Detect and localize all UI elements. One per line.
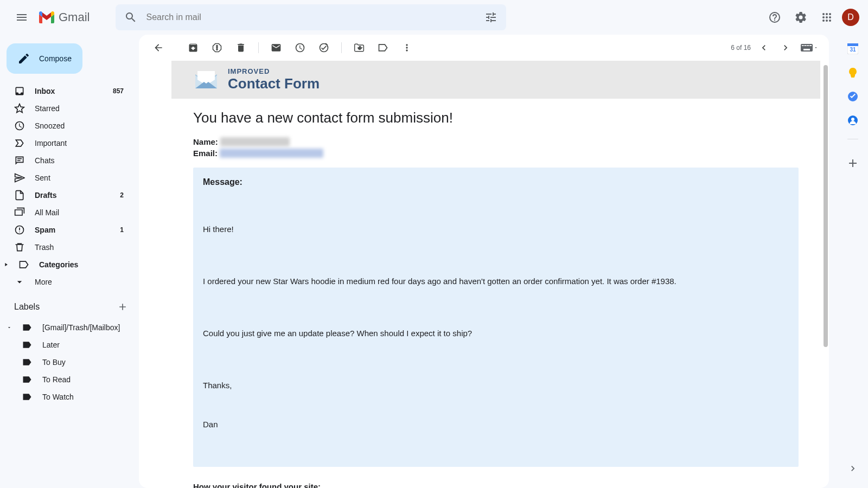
prev-button[interactable] <box>755 39 773 56</box>
input-tools-button[interactable] <box>799 37 820 59</box>
name-field: Name: ████████████ <box>193 137 799 146</box>
nav-starred[interactable]: Starred <box>0 100 139 117</box>
nav-label: Snoozed <box>35 121 65 130</box>
tasks-app-icon[interactable] <box>847 91 858 102</box>
main-menu-button[interactable] <box>9 4 35 30</box>
move-to-button[interactable] <box>348 37 370 59</box>
svg-rect-13 <box>851 76 854 78</box>
header: Gmail D <box>0 0 868 35</box>
nav-label: Drafts <box>35 191 56 200</box>
mail-icon <box>271 42 282 53</box>
msg-closing: Thanks, <box>203 379 789 392</box>
label-item-toread[interactable]: To Read <box>0 371 139 388</box>
clock-icon <box>14 120 25 131</box>
nav-label: More <box>35 278 52 286</box>
labels-button[interactable] <box>372 37 394 59</box>
svg-rect-4 <box>803 45 805 46</box>
chat-icon <box>14 155 25 166</box>
search-options-button[interactable] <box>480 7 502 28</box>
nav-more[interactable]: More <box>0 273 139 291</box>
gear-icon <box>794 11 807 24</box>
pagination-text: 6 of 16 <box>731 44 751 52</box>
more-button[interactable] <box>396 37 418 59</box>
back-button[interactable] <box>148 37 169 59</box>
nav-important[interactable]: Important <box>0 134 139 152</box>
email-label: Email: <box>193 149 218 158</box>
svg-rect-3 <box>802 45 803 46</box>
chevron-left-icon <box>758 42 769 53</box>
support-button[interactable] <box>764 7 786 28</box>
keyboard-icon <box>801 44 813 52</box>
nav-sent[interactable]: Sent <box>0 169 139 187</box>
label-item-later[interactable]: Later <box>0 336 139 354</box>
pencil-icon <box>17 52 30 65</box>
hamburger-icon <box>15 11 28 24</box>
report-spam-button[interactable] <box>206 37 228 59</box>
nav-label: Categories <box>39 260 78 269</box>
nav-label: Starred <box>35 104 60 113</box>
archive-button[interactable] <box>182 37 204 59</box>
dropdown-icon <box>814 46 818 50</box>
delete-button[interactable] <box>230 37 252 59</box>
msg-body: I ordered your new Star Wars hoodie in m… <box>203 275 789 288</box>
arrow-back-icon <box>153 42 164 53</box>
label-item-tobuy[interactable]: To Buy <box>0 354 139 371</box>
message-text: Hi there! I ordered your new Star Wars h… <box>203 197 789 457</box>
nav-label: Spam <box>35 226 55 234</box>
label-icon <box>22 391 33 402</box>
nav-allmail[interactable]: All Mail <box>0 204 139 221</box>
svg-point-16 <box>851 118 854 121</box>
nav-label: Trash <box>35 243 54 252</box>
nav-spam[interactable]: Spam 1 <box>0 221 139 239</box>
next-button[interactable] <box>777 39 794 56</box>
label-item-gmail-trash[interactable]: [Gmail]/Trash/[Mailbox] <box>0 319 139 336</box>
spam-icon <box>14 224 25 235</box>
draft-icon <box>14 190 25 201</box>
calendar-app-icon[interactable]: 31 <box>847 43 858 54</box>
email-title: You have a new contact form submission! <box>193 110 799 126</box>
svg-rect-11 <box>847 43 858 46</box>
side-panel: 31 <box>838 35 868 488</box>
help-icon <box>768 11 781 24</box>
add-addon-button[interactable] <box>842 152 864 174</box>
name-value: ████████████ <box>220 137 290 146</box>
labels-header: Labels <box>0 291 139 319</box>
main-content: 6 of 16 IMPROVED Contact Form <box>139 35 829 488</box>
snooze-button[interactable] <box>289 37 311 59</box>
nav-categories[interactable]: Categories <box>0 256 139 273</box>
label-item-towatch[interactable]: To Watch <box>0 388 139 406</box>
account-avatar[interactable]: D <box>842 9 859 26</box>
add-label-button[interactable] <box>115 299 130 314</box>
add-task-button[interactable] <box>313 37 335 59</box>
nav-trash[interactable]: Trash <box>0 239 139 256</box>
nav-snoozed[interactable]: Snoozed <box>0 117 139 134</box>
nav-drafts[interactable]: Drafts 2 <box>0 187 139 204</box>
pagination: 6 of 16 <box>731 37 820 59</box>
search-input[interactable] <box>142 12 480 22</box>
hide-panel-button[interactable] <box>842 458 864 479</box>
compose-button[interactable]: Compose <box>7 43 82 74</box>
label-icon <box>22 374 33 385</box>
toolbar: 6 of 16 <box>139 35 829 61</box>
mark-unread-button[interactable] <box>265 37 287 59</box>
contacts-app-icon[interactable] <box>847 115 858 126</box>
compose-label: Compose <box>39 54 72 63</box>
settings-button[interactable] <box>790 7 812 28</box>
scrollbar[interactable] <box>824 65 828 347</box>
keep-app-icon[interactable] <box>847 67 858 78</box>
label-text: Later <box>42 341 60 349</box>
nav-chats[interactable]: Chats <box>0 152 139 169</box>
nav-label: Sent <box>35 174 50 182</box>
nav-inbox[interactable]: Inbox 857 <box>0 82 139 100</box>
gmail-logo[interactable]: Gmail <box>39 10 90 24</box>
envelope-icon <box>193 69 219 91</box>
search-button[interactable] <box>120 7 142 28</box>
labels-title: Labels <box>14 302 40 312</box>
label-icon <box>22 357 33 368</box>
chevron-down-icon <box>7 322 12 333</box>
nav-label: All Mail <box>35 208 59 217</box>
msg-signature: Dan <box>203 418 789 431</box>
task-icon <box>318 42 329 53</box>
apps-button[interactable] <box>816 7 838 28</box>
svg-rect-9 <box>803 49 810 50</box>
